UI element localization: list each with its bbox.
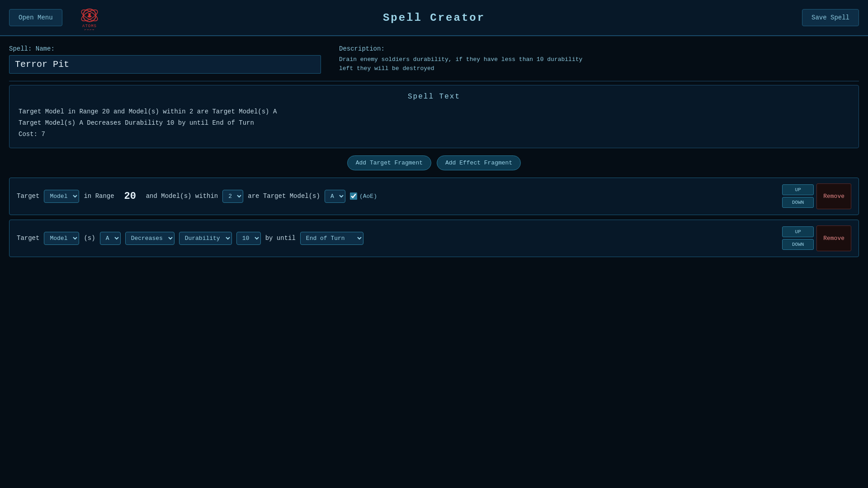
fragment1-aoe-container: (AoE) (350, 192, 377, 200)
svg-point-5 (90, 14, 92, 16)
spell-text-section: Spell Text Target Model in Range 20 and … (9, 85, 859, 148)
svg-point-4 (87, 14, 89, 16)
fragment1-remove-button[interactable]: Remove (816, 183, 851, 209)
fragment2-down-button[interactable]: DOWN (782, 239, 814, 250)
add-effect-fragment-button[interactable]: Add Effect Fragment (437, 155, 521, 170)
spell-text-line1: Target Model in Range 20 and Model(s) wi… (19, 106, 849, 117)
fragment1-group-select[interactable]: A B C (325, 190, 345, 203)
description-label: Description: (339, 45, 859, 52)
spell-text-line2: Target Model(s) A Decreases Durability 1… (19, 117, 849, 129)
logo: ATOMS FIST (71, 4, 108, 31)
spell-name-section: Spell: Name: Description: Drain enemy so… (9, 45, 859, 74)
fragment-row-1: Target Model Unit Hero in Range and Mode… (9, 178, 859, 215)
spell-name-left: Spell: Name: (9, 45, 321, 74)
svg-text:ATOMS: ATOMS (82, 24, 97, 28)
open-menu-button[interactable]: Open Menu (9, 9, 62, 26)
svg-text:FIST: FIST (84, 28, 94, 30)
spell-name-label: Spell: Name: (9, 45, 321, 52)
fragment1-up-down-group: UP DOWN (782, 184, 814, 208)
fragment2-group-select[interactable]: A B C (100, 232, 121, 245)
fragment1-aoe-checkbox[interactable] (350, 192, 357, 200)
spell-name-input[interactable] (9, 55, 321, 74)
spell-text-line3: Cost: 7 (19, 129, 849, 140)
divider (9, 81, 859, 81)
fragment2-type-select[interactable]: Model Unit Hero (44, 232, 79, 245)
fragment1-in-range-text: in Range (84, 192, 114, 200)
page-title: Spell Creator (383, 12, 485, 24)
fragment2-effect-select[interactable]: Decreases Increases (125, 232, 175, 245)
fragment2-by-until-text: by until (265, 235, 296, 242)
logo-icon: ATOMS FIST (74, 5, 105, 30)
fragment2-controls: UP DOWN Remove (782, 225, 851, 251)
fragment-row-2: Target Model Unit Hero (s) A B C Decreas… (9, 220, 859, 257)
fragment2-remove-button[interactable]: Remove (816, 225, 851, 251)
description-text: Drain enemy soldiers durability, if they… (339, 55, 592, 73)
description-section: Description: Drain enemy soldiers durabi… (339, 45, 859, 73)
top-bar: Open Menu ATOMS FIST Spell Creator Save … (0, 0, 868, 36)
add-target-fragment-button[interactable]: Add Target Fragment (347, 155, 431, 170)
fragment2-target-label: Target (17, 235, 39, 242)
fragment2-timing-select[interactable]: End of Turn Permanent Start of Turn (300, 232, 363, 245)
fragment2-amount-select[interactable]: 1234 5678 9101520 (236, 232, 261, 245)
button-row: Add Target Fragment Add Effect Fragment (9, 155, 859, 170)
fragment2-stat-select[interactable]: Durability Attack Defense Speed (179, 232, 232, 245)
fragment1-type-select[interactable]: Model Unit Hero (44, 190, 79, 203)
fragment1-up-button[interactable]: UP (782, 184, 814, 195)
fragment1-within-select[interactable]: 1 2 3 4 5 (222, 190, 243, 203)
fragment1-controls: UP DOWN Remove (782, 183, 851, 209)
fragment1-are-text: are Target Model(s) (248, 192, 320, 200)
fragment1-range-input[interactable] (119, 191, 142, 202)
fragment2-up-button[interactable]: UP (782, 226, 814, 237)
fragment1-down-button[interactable]: DOWN (782, 197, 814, 208)
fragment1-aoe-label: (AoE) (359, 193, 377, 200)
save-spell-button[interactable]: Save Spell (802, 9, 859, 26)
fragment1-and-text: and Model(s) within (146, 192, 218, 200)
spell-text-title: Spell Text (19, 93, 849, 101)
main-content: Spell: Name: Description: Drain enemy so… (0, 36, 868, 271)
fragment2-s-text: (s) (84, 235, 95, 242)
fragment1-target-label: Target (17, 192, 39, 200)
fragment2-up-down-group: UP DOWN (782, 226, 814, 250)
